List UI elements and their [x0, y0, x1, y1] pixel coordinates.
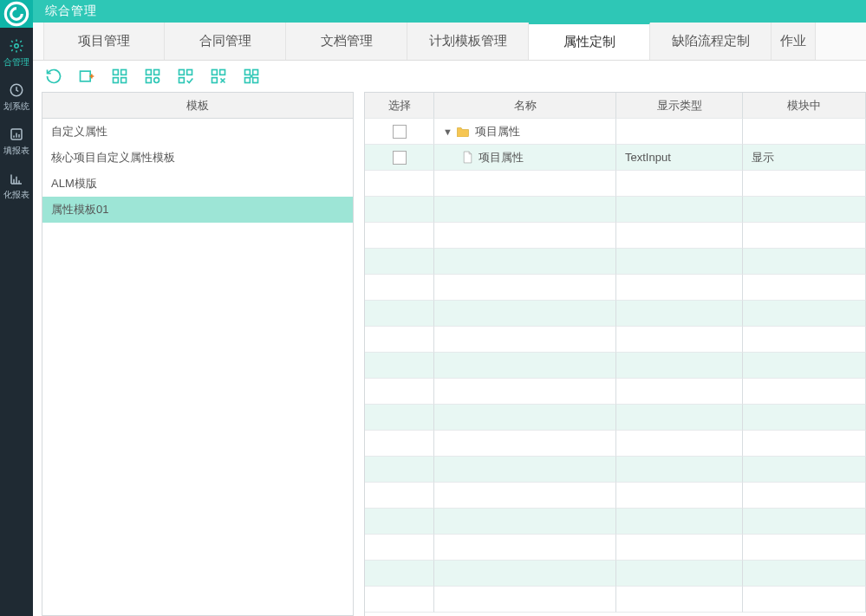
grid-icon-5[interactable] [243, 68, 260, 85]
table-row[interactable]: ▼ 项目属性 [365, 119, 866, 145]
title-bar: 综合管理 [33, 0, 866, 23]
logo-icon [0, 0, 33, 28]
template-panel-header: 模板 [42, 93, 353, 119]
grid-icon-1[interactable] [111, 68, 128, 85]
rail-label: 化报表 [3, 190, 29, 199]
toolbar [33, 61, 866, 92]
template-item[interactable]: 自定义属性 [42, 119, 353, 145]
clock-icon [9, 82, 24, 98]
col-header-select: 选择 [365, 93, 434, 119]
rail-item-chart[interactable]: 化报表 [0, 160, 33, 204]
svg-rect-6 [121, 70, 127, 75]
svg-rect-15 [179, 78, 185, 83]
svg-rect-21 [245, 78, 251, 83]
svg-rect-20 [253, 70, 258, 75]
tab-doc-manage[interactable]: 文档管理 [286, 23, 407, 60]
table-row-empty [365, 301, 866, 327]
cell-display-type: TextInput [616, 145, 743, 171]
tab-defect-flow[interactable]: 缺陷流程定制 [650, 23, 772, 60]
table-row-empty [365, 379, 866, 405]
table-row-empty [365, 223, 866, 249]
table-row[interactable]: 项目属性 TextInput 显示 [365, 145, 866, 171]
table-row-empty [365, 249, 866, 275]
col-header-module: 模块中 [743, 93, 866, 119]
table-row-empty [365, 509, 866, 535]
svg-point-1 [15, 44, 19, 49]
gear-icon [9, 38, 24, 54]
table-row-empty [365, 457, 866, 483]
row-name-label: 项目属性 [475, 124, 520, 139]
table-row-empty [365, 197, 866, 223]
template-item[interactable]: 核心项目自定义属性模板 [42, 145, 353, 171]
svg-rect-11 [147, 78, 152, 83]
svg-rect-22 [253, 78, 258, 83]
rail-label: 合管理 [3, 57, 29, 67]
table-row-empty [365, 405, 866, 431]
table-row-empty [365, 327, 866, 353]
cell-select[interactable] [365, 145, 434, 171]
rail-item-report[interactable]: 填报表 [0, 116, 33, 160]
table-header-row: 选择 名称 显示类型 模块中 [365, 93, 866, 119]
template-list: 自定义属性 核心项目自定义属性模板 ALM模版 属性模板01 [42, 119, 353, 615]
grid-icon-3[interactable] [177, 68, 194, 85]
svg-rect-9 [147, 70, 152, 75]
side-rail: 合管理 划系统 填报表 化报表 [0, 0, 33, 616]
table-row-empty [365, 587, 866, 613]
attribute-table: 选择 名称 显示类型 模块中 ▼ 项目属性 [364, 92, 866, 616]
checkbox[interactable] [393, 125, 407, 139]
svg-rect-19 [245, 70, 251, 75]
cell-display-type [616, 119, 743, 145]
tab-job[interactable]: 作业 [772, 23, 816, 60]
cell-name[interactable]: ▼ 项目属性 [434, 119, 616, 145]
svg-rect-18 [212, 78, 218, 83]
refresh-icon[interactable] [45, 68, 62, 85]
rail-item-plan[interactable]: 划系统 [0, 72, 33, 116]
grid-icon-4[interactable] [210, 68, 227, 85]
new-item-icon[interactable] [78, 68, 95, 85]
svg-rect-4 [81, 71, 91, 81]
svg-rect-17 [220, 70, 225, 75]
template-item[interactable]: ALM模版 [42, 171, 353, 197]
table-row-empty [365, 275, 866, 301]
svg-rect-7 [114, 78, 119, 83]
svg-rect-10 [154, 70, 160, 75]
page-title: 综合管理 [45, 3, 97, 19]
tab-plan-template[interactable]: 计划模板管理 [407, 23, 529, 60]
col-header-name: 名称 [434, 93, 616, 119]
main-area: 综合管理 项目管理 合同管理 文档管理 计划模板管理 属性定制 缺陷流程定制 作… [33, 0, 866, 616]
tab-project-manage[interactable]: 项目管理 [43, 23, 165, 60]
folder-icon [456, 126, 470, 137]
rail-label: 划系统 [3, 101, 29, 111]
cell-select[interactable] [365, 119, 434, 145]
template-item[interactable]: 属性模板01 [42, 197, 353, 223]
table-row-empty [365, 483, 866, 509]
svg-point-0 [5, 3, 27, 24]
tab-attr-custom[interactable]: 属性定制 [529, 23, 650, 60]
col-header-display-type: 显示类型 [616, 93, 743, 119]
row-name-label: 项目属性 [479, 150, 524, 165]
table-row-empty [365, 535, 866, 561]
cell-module [743, 119, 866, 145]
svg-point-12 [154, 78, 160, 83]
table-row-empty [365, 353, 866, 379]
template-panel: 模板 自定义属性 核心项目自定义属性模板 ALM模版 属性模板01 [42, 92, 354, 616]
cell-module: 显示 [743, 145, 866, 171]
svg-rect-16 [212, 70, 218, 75]
report-icon [9, 126, 24, 142]
content-area: 模板 自定义属性 核心项目自定义属性模板 ALM模版 属性模板01 选择 名称 … [33, 92, 866, 616]
grid-icon-2[interactable] [144, 68, 161, 85]
cell-name[interactable]: 项目属性 [434, 145, 616, 171]
tabs-bar: 项目管理 合同管理 文档管理 计划模板管理 属性定制 缺陷流程定制 作业 [33, 23, 866, 61]
table-body: ▼ 项目属性 [365, 119, 866, 616]
table-row-empty [365, 431, 866, 457]
tree-collapse-icon[interactable]: ▼ [443, 126, 453, 137]
table-row-empty [365, 561, 866, 587]
chart-icon [9, 171, 24, 186]
tab-contract-manage[interactable]: 合同管理 [165, 23, 286, 60]
rail-label: 填报表 [3, 146, 29, 155]
svg-rect-13 [179, 70, 185, 75]
rail-item-manage[interactable]: 合管理 [0, 28, 33, 72]
checkbox[interactable] [393, 151, 407, 165]
svg-rect-14 [187, 70, 192, 75]
table-row-empty [365, 171, 866, 197]
